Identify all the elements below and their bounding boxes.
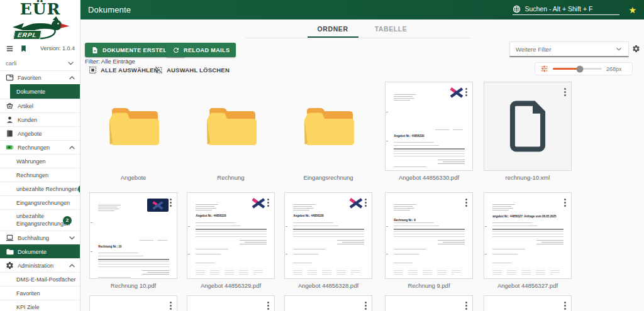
menu-icon[interactable] [6,45,14,53]
document-preview [91,297,176,311]
document-preview: Angebot Nr.: 44856330 [386,83,472,170]
sidebar-item-dokumente-favorit[interactable]: Dokumente [10,84,80,99]
page-title: Dokumente [88,5,131,14]
kebab-menu-icon[interactable] [560,195,570,210]
sidebar-item-artikel[interactable]: Artikel [0,99,80,112]
kebab-menu-icon[interactable] [360,298,370,311]
sidebar-item-dms-postfaecher[interactable]: DMS-E-Mail-Postfächer [0,272,80,286]
preview-heading: Rechnung Nr.: 10 [98,245,167,249]
document-card[interactable] [484,295,572,311]
document-card[interactable]: Rechnung Nr.: 9 [385,192,473,279]
document-preview [386,297,472,311]
sidebar-item-unbezahlte-rechnungen[interactable]: unbezahlte Rechnungen 8 [0,182,80,195]
folder-large-icon [86,82,180,171]
laptop-icon [5,234,14,243]
document-preview [485,297,570,311]
basket-icon [5,102,14,111]
more-filters-select[interactable]: Weitere Filter [509,41,629,57]
document-filename: rechnung-10.xml [480,174,575,181]
sidebar-item-kunden[interactable]: Kunden [0,112,80,126]
tab-tabelle[interactable]: TABELLE [365,21,418,38]
sidebar-item-label: unbezahlte Eingangsrechnungen [16,213,62,227]
kebab-menu-icon[interactable] [461,84,471,99]
thumbnail-size-control: 268px [535,62,633,75]
sidebar-item-dokumente[interactable]: Dokumente [0,244,80,258]
sidebar-item-buchhaltung[interactable]: Buchhaltung [0,231,80,244]
kebab-menu-icon[interactable] [461,298,471,311]
sidebar-item-label: Dokumente [18,249,47,255]
sidebar-item-favoriten[interactable]: Favoriten [0,70,80,84]
reload-mails-button[interactable]: RELOAD MAILS [166,43,236,57]
tab-ordner[interactable]: ORDNER [308,21,358,38]
book-icon [5,129,14,138]
sidebar-item-waehrungen[interactable]: Währungen [0,154,80,168]
logo-subtitle: ERPL [13,30,42,40]
sidebar-item-label: DMS-E-Mail-Postfächer [16,276,76,283]
folder-icon [5,248,14,256]
document-card[interactable] [187,295,275,311]
kebab-menu-icon[interactable] [165,298,175,311]
sidebar-item-label: Angebote [18,131,42,137]
document-card[interactable] [284,295,372,311]
document-card[interactable] [89,295,177,311]
sidebar-item-favoriten-admin[interactable]: Favoriten [0,286,80,300]
user-menu[interactable]: carli [0,55,80,70]
sidebar-item-unbezahlte-eingangsrechnungen[interactable]: unbezahlte Eingangsrechnungen 2 [0,209,80,231]
sidebar-item-kpi-ziele[interactable]: KPI Ziele [0,300,80,311]
kebab-menu-icon[interactable] [560,298,570,311]
sidebar-item-rechnungen-sub[interactable]: Rechnungen [0,168,80,182]
document-card[interactable]: Angebot Nr.: 44856329 [187,192,275,279]
preview-heading: Rechnung Nr.: 9 [394,219,463,222]
document-card[interactable]: angebot Nr.: 44856327: Anfrage vom 06.05… [484,192,572,279]
folder-tile-eingangsrechnung[interactable]: Eingangsrechnung [281,82,375,181]
kebab-menu-icon[interactable] [360,195,370,210]
sidebar-item-label: Kunden [18,117,37,123]
search-placeholder: Suchen - Alt + Shift + F [525,5,592,13]
size-slider[interactable] [553,68,602,70]
sidebar-item-rechnungen[interactable]: Rechnungen [0,140,80,154]
folder-label: Eingangsrechnung [281,174,375,181]
sidebar: EÜR ERPL Version: 1.0.4 carli [0,0,80,311]
document-tile [184,295,278,311]
settings-gear-icon[interactable] [632,45,640,53]
document-preview: Rechnung Nr.: 9 [386,194,472,278]
sidebar-nav: Favoriten Dokumente Artikel Kunden Angeb… [0,70,80,311]
favorite-star-icon[interactable]: ★ [628,6,636,14]
sidebar-item-label: Administration [18,263,53,269]
document-tile [480,295,575,311]
sidebar-item-label: Rechnungen [16,172,48,178]
document-card[interactable]: Angebot Nr.: 44856328 [284,192,372,279]
document-preview: angebot Nr.: 44856327: Anfrage vom 06.05… [485,194,570,278]
globe-icon [513,5,521,13]
sidebar-item-administration[interactable]: Administration [0,258,80,272]
kebab-menu-icon[interactable] [461,195,471,210]
chevron-down-icon [67,59,75,67]
clear-selection-button[interactable]: AUSWAHL LÖSCHEN [155,65,230,75]
sidebar-item-eingangsrechnungen[interactable]: Eingangsrechnungen [0,195,80,209]
kebab-menu-icon[interactable] [263,298,273,311]
document-card[interactable]: Angebot Nr.: 44856330 [385,82,473,171]
bookmark-icon[interactable] [19,45,28,53]
document-filename: Angebot 44856330.pdf [382,174,476,181]
sidebar-item-label: Dokumente [16,89,45,95]
document-tile: Angebot Nr.: 44856328 Angebot 44856328.p… [281,192,375,289]
sidebar-item-label: Eingangsrechnungen [16,200,70,206]
kebab-menu-icon[interactable] [560,84,570,99]
sidebar-item-angebote[interactable]: Angebote [0,126,80,140]
folder-tile-rechnung[interactable]: Rechnung [184,82,278,181]
document-card[interactable] [484,82,572,171]
kebab-menu-icon[interactable] [263,195,273,210]
document-tile [86,295,180,311]
slider-thumb[interactable] [576,65,583,72]
count-badge: 2 [63,216,72,225]
select-all-button[interactable]: ALLE AUSWÄHLEN [89,65,158,75]
document-tile: Rechnung Nr.: 10 Rechnung 10.pdf [86,192,180,289]
document-card[interactable]: Rechnung Nr.: 10 [89,192,177,279]
search-input[interactable]: Suchen - Alt + Shift + F [513,5,619,15]
document-filename: Angebot 44856329.pdf [184,282,278,289]
document-card[interactable] [385,295,473,311]
folder-tile-angebote[interactable]: Angebote [86,82,180,181]
document-filename: Angebot 44856327.pdf [480,282,575,289]
document-preview [485,83,570,170]
kebab-menu-icon[interactable] [165,195,175,210]
